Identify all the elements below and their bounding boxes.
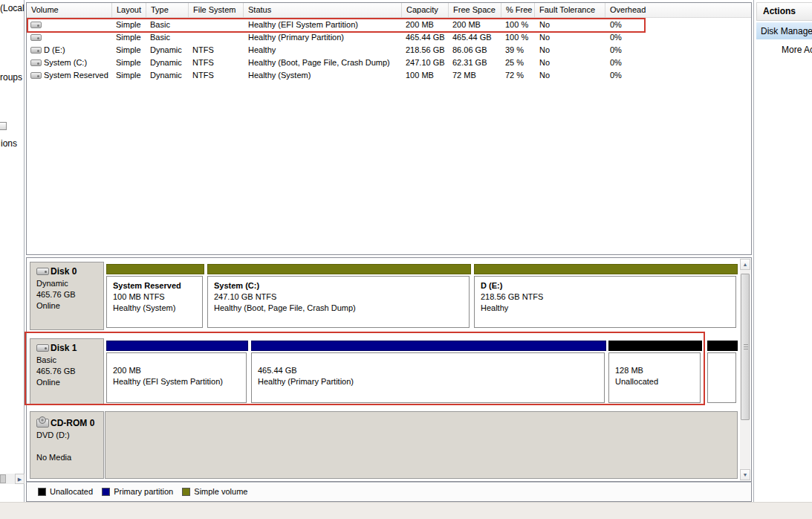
- partition-title: System Reserved: [113, 281, 202, 290]
- disk0-partition1[interactable]: System Reserved 100 MB NTFS Healthy (Sys…: [106, 276, 203, 328]
- legend-unallocated-swatch: [38, 488, 46, 496]
- cell-status: Healthy (System): [248, 69, 400, 82]
- cell-pct-free: 100 %: [505, 31, 536, 44]
- cell-capacity: 100 MB: [406, 69, 450, 82]
- disk0-partition3[interactable]: D (E:) 218.56 GB NTFS Healthy: [474, 276, 736, 328]
- col-header-pct-free[interactable]: % Free: [501, 3, 535, 18]
- scroll-down-arrow-icon[interactable]: ▼: [740, 469, 750, 480]
- legend-primary-swatch: [102, 488, 110, 496]
- partition-size: 218.56 GB NTFS: [481, 292, 735, 301]
- disk0-partition2[interactable]: System (C:) 247.10 GB NTFS Healthy (Boot…: [207, 276, 470, 328]
- actions-panel: Actions Disk Manage More Ac: [756, 0, 812, 502]
- col-header-fault-tolerance[interactable]: Fault Tolerance: [535, 3, 605, 18]
- col-header-capacity[interactable]: Capacity: [402, 3, 449, 18]
- col-header-file-system[interactable]: File System: [189, 3, 244, 18]
- tree-item-fragment-groups[interactable]: roups: [0, 72, 22, 83]
- cell-free: 62.31 GB: [452, 57, 501, 69]
- cell-type: Dynamic: [150, 44, 191, 57]
- console-tree-pane: (Local roups ions ▶: [0, 0, 25, 502]
- cell-overhead: 0%: [610, 69, 684, 82]
- actions-item-disk-management[interactable]: Disk Manage: [756, 22, 812, 39]
- actions-item-more-actions[interactable]: More Ac: [782, 43, 812, 57]
- tree-node-icon: [0, 122, 7, 130]
- scrollbar-thumb[interactable]: [741, 274, 750, 420]
- cell-status: Healthy (Primary Partition): [248, 31, 400, 44]
- cdrom-media-area[interactable]: [105, 411, 738, 479]
- cell-layout: Simple: [116, 31, 149, 44]
- cell-volume: D (E:): [44, 44, 112, 57]
- disk0-partition2-band: [207, 264, 471, 274]
- disk-name: Disk 0: [51, 266, 77, 277]
- volume-icon: [30, 59, 42, 66]
- disk1-unallocated2[interactable]: [707, 352, 736, 403]
- cell-layout: Simple: [116, 44, 149, 57]
- cell-fault: No: [539, 57, 606, 69]
- col-header-status[interactable]: Status: [244, 3, 402, 18]
- scroll-up-arrow-icon[interactable]: ▲: [740, 259, 750, 270]
- cell-fs: NTFS: [192, 57, 246, 69]
- col-header-volume[interactable]: Volume: [27, 3, 112, 18]
- legend-primary-label: Primary partition: [114, 487, 173, 496]
- disk-status: Online: [36, 301, 103, 310]
- cell-overhead: 0%: [610, 44, 684, 57]
- partition-size: 100 MB NTFS: [113, 292, 202, 301]
- legend-bar: Unallocated Primary partition Simple vol…: [26, 482, 752, 502]
- cell-fs: [192, 31, 246, 44]
- disk-icon: [36, 268, 49, 275]
- cell-fault: No: [539, 31, 606, 44]
- cdrom-type: DVD (D:): [36, 431, 103, 439]
- cell-fault: No: [539, 44, 606, 57]
- cell-type: Dynamic: [150, 57, 191, 69]
- cell-layout: Simple: [116, 57, 149, 69]
- cell-pct-free: 25 %: [505, 57, 536, 69]
- volume-icon: [30, 34, 42, 41]
- col-header-overhead[interactable]: Overhead: [605, 3, 750, 18]
- scrollbar-thumb[interactable]: [0, 474, 6, 483]
- scrollbar-grip-icon: [744, 344, 748, 345]
- cell-overhead: 0%: [610, 31, 684, 44]
- scroll-right-arrow-icon[interactable]: ▶: [15, 474, 25, 484]
- table-row[interactable]: Simple Basic Healthy (Primary Partition)…: [27, 31, 751, 44]
- cell-volume: [44, 31, 112, 44]
- cell-free: 465.44 GB: [452, 31, 501, 44]
- col-header-free-space[interactable]: Free Space: [449, 3, 501, 18]
- disk0-partition3-band: [474, 264, 738, 274]
- cdrom-label[interactable]: CD-ROM 0 DVD (D:) No Media: [30, 411, 104, 479]
- cell-volume: System (C:): [44, 57, 112, 69]
- graphical-view-vertical-scrollbar[interactable]: ▲ ▼: [740, 259, 750, 480]
- cdrom-name: CD-ROM 0: [51, 418, 94, 428]
- disk-size: 465.76 GB: [36, 290, 103, 299]
- cell-type: Basic: [150, 31, 191, 44]
- panel-divider[interactable]: [753, 0, 754, 502]
- legend-simple-label: Simple volume: [194, 487, 247, 496]
- disk0-partition1-band: [106, 264, 204, 274]
- partition-status: Healthy (System): [113, 303, 202, 312]
- partition-status: Healthy: [481, 303, 735, 312]
- cell-overhead: 0%: [610, 57, 684, 69]
- table-row[interactable]: D (E:) Simple Dynamic NTFS Healthy 218.5…: [27, 44, 751, 57]
- col-header-type[interactable]: Type: [146, 3, 189, 18]
- partition-title: System (C:): [214, 281, 469, 290]
- partition-size: 247.10 GB NTFS: [214, 292, 469, 301]
- tree-horizontal-scrollbar[interactable]: ▶: [0, 474, 25, 484]
- volume-list: Volume Layout Type File System Status Ca…: [26, 2, 752, 255]
- tree-item-fragment-ions[interactable]: ions: [1, 138, 17, 149]
- tree-item-fragment-local[interactable]: (Local: [0, 3, 25, 13]
- cell-free: 72 MB: [452, 69, 501, 82]
- annotation-red-box-efi-row: [27, 18, 646, 33]
- actions-panel-title: Actions: [756, 2, 812, 21]
- annotation-red-box-disk1: [25, 332, 705, 405]
- table-row[interactable]: System Reserved Simple Dynamic NTFS Heal…: [27, 69, 751, 82]
- legend-simple-swatch: [182, 488, 190, 496]
- disk0-label[interactable]: Disk 0 Dynamic 465.76 GB Online: [30, 262, 104, 330]
- cell-fs: NTFS: [192, 44, 246, 57]
- cell-type: Dynamic: [150, 69, 191, 82]
- table-row[interactable]: System (C:) Simple Dynamic NTFS Healthy …: [27, 57, 751, 69]
- cell-status: Healthy (Boot, Page File, Crash Dump): [248, 57, 400, 69]
- cdrom-icon: [36, 419, 49, 428]
- partition-status: Healthy (Boot, Page File, Crash Dump): [214, 303, 469, 312]
- col-header-layout[interactable]: Layout: [112, 3, 146, 18]
- cell-capacity: 247.10 GB: [406, 57, 450, 69]
- cdrom-status: No Media: [36, 453, 103, 462]
- cell-capacity: 218.56 GB: [406, 44, 450, 57]
